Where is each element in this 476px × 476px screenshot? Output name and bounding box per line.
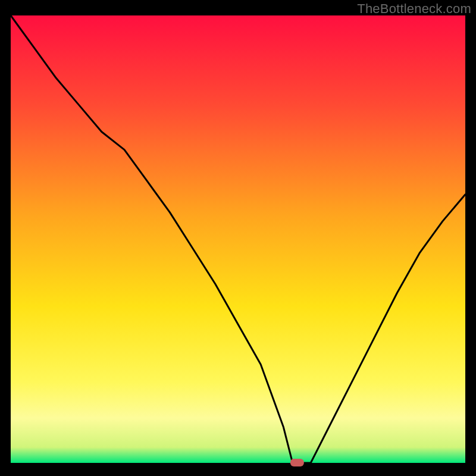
plot-area [11, 15, 465, 463]
bottleneck-chart [0, 0, 476, 476]
optimal-point-marker [290, 459, 304, 466]
chart-container: TheBottleneck.com [0, 0, 476, 476]
watermark-text: TheBottleneck.com [357, 1, 471, 17]
